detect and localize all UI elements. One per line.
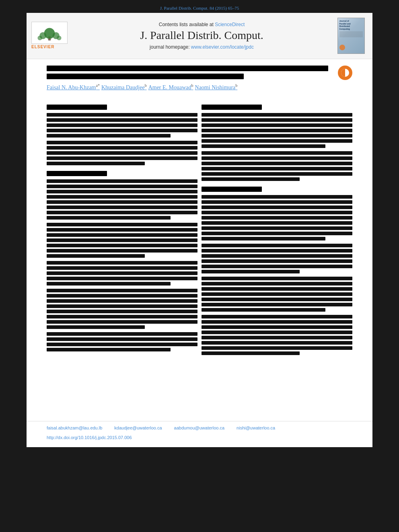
- journal-homepage: journal homepage: www.elsevier.com/locat…: [74, 44, 329, 50]
- body-line: [47, 151, 197, 155]
- author-2-name: Khuzaima Daudjee: [101, 84, 145, 90]
- body-row-cols: [47, 99, 352, 357]
- body-line: [47, 332, 197, 336]
- author-2-super: b: [145, 83, 147, 88]
- homepage-link[interactable]: www.elsevier.com/locate/jpdc: [191, 44, 254, 50]
- body-line: [202, 259, 352, 263]
- doi-link[interactable]: http://dx.doi.org/10.1016/j.jpdc.2015.07…: [47, 435, 132, 440]
- author-3-link[interactable]: Amer E. Mouawadb: [148, 83, 193, 91]
- section-heading-4: [202, 187, 262, 192]
- body-line: [202, 315, 352, 318]
- svg-point-6: [48, 38, 51, 41]
- email-kdaudjee[interactable]: kdaudjee@uwaterloo.ca: [114, 425, 162, 430]
- body-line: [47, 315, 197, 318]
- contents-available: Contents lists available at ScienceDirec…: [74, 22, 329, 27]
- article-title-line-2: [47, 74, 244, 79]
- body-line: [202, 336, 352, 339]
- bookmark-circle: [338, 66, 352, 80]
- bookmark-icon: [338, 66, 352, 80]
- body-line: [202, 341, 352, 345]
- journal-main-title: J. Parallel Distrib. Comput.: [74, 29, 329, 42]
- cover-circle-decoration: [339, 45, 345, 50]
- body-line: [202, 177, 300, 181]
- body-line: [47, 223, 197, 226]
- body-line: [202, 254, 352, 258]
- body-line: [202, 351, 300, 355]
- email-primary[interactable]: faisal.abukhzam@lau.edu.lb: [47, 425, 102, 430]
- body-line: [202, 331, 352, 334]
- body-line: [202, 298, 352, 301]
- author-1-link[interactable]: Faisal N. Abu-Khzama*: [47, 83, 100, 91]
- body-line: [202, 320, 352, 324]
- page-wrapper: J. Parallel Distrib. Comput. 84 (2015) 6…: [0, 0, 399, 532]
- cover-title-text: Journal of Parallel and Distributed Comp…: [339, 20, 363, 30]
- author-4-name: Naomi Nishimura: [195, 84, 236, 90]
- body-line: [47, 249, 197, 253]
- doi-bar: J. Parallel Distrib. Comput. 84 (2015) 6…: [0, 4, 399, 13]
- body-line: [202, 144, 325, 148]
- section-heading-2: [47, 171, 107, 176]
- body-line: [47, 113, 197, 117]
- body-line: [47, 304, 197, 308]
- cover-line-1: [339, 32, 363, 32]
- body-line: [202, 118, 352, 122]
- cover-line2: Parallel and: [339, 23, 351, 25]
- cover-line4: Computing: [339, 28, 350, 30]
- body-text-area: [47, 99, 352, 357]
- email-nishi[interactable]: nishi@uwaterloo.ca: [237, 425, 275, 430]
- body-line: [202, 292, 352, 296]
- body-line: [202, 232, 352, 235]
- body-line: [47, 310, 197, 313]
- body-line: [47, 185, 197, 188]
- cover-image: Journal of Parallel and Distributed Comp…: [337, 18, 365, 54]
- body-line: [202, 156, 352, 160]
- body-line: [202, 277, 352, 280]
- bookmark-inner: [341, 69, 349, 77]
- body-line: [47, 348, 171, 351]
- body-line: [47, 254, 145, 258]
- cover-line1: Journal of: [339, 20, 349, 22]
- body-line: [202, 226, 352, 230]
- body-line: [202, 221, 352, 225]
- body-line: [202, 139, 352, 143]
- body-line: [202, 123, 352, 127]
- svg-point-4: [37, 35, 42, 40]
- elsevier-logo: ELSEVIER: [31, 22, 68, 50]
- body-line: [202, 200, 352, 204]
- body-line: [47, 190, 197, 193]
- body-line: [47, 200, 197, 204]
- body-line: [202, 211, 352, 214]
- body-line: [202, 205, 352, 209]
- body-line: [202, 134, 352, 138]
- elsevier-logo-inner: [31, 22, 68, 44]
- body-line: [202, 244, 352, 247]
- author-2-link[interactable]: Khuzaima Daudjeeb: [101, 83, 147, 91]
- body-line: [47, 266, 197, 270]
- email-aabdumou[interactable]: aabdumou@uwaterloo.ca: [174, 425, 225, 430]
- body-line: [202, 249, 352, 253]
- body-line: [202, 282, 352, 286]
- body-line: [47, 205, 197, 209]
- body-line: [47, 325, 145, 329]
- sciencedirect-link[interactable]: ScienceDirect: [215, 22, 245, 27]
- body-line: [47, 146, 197, 150]
- body-line: [202, 287, 352, 291]
- elsevier-tree-icon: [35, 25, 64, 41]
- author-1-name: Faisal N. Abu-Khzam: [47, 84, 96, 90]
- body-line: [47, 282, 171, 286]
- article-title-area: [47, 66, 352, 79]
- section-heading-3: [202, 105, 262, 110]
- author-4-link[interactable]: Naomi Nishimurab: [195, 83, 238, 91]
- author-4-super: b: [235, 83, 237, 88]
- body-line: [47, 261, 197, 265]
- body-line: [47, 195, 197, 199]
- cover-line-4: [339, 35, 363, 36]
- author-1-super: a*: [96, 83, 99, 88]
- footer-emails: faisal.abukhzam@lau.edu.lb kdaudjee@uwat…: [47, 425, 352, 430]
- journal-title-block: Contents lists available at ScienceDirec…: [74, 22, 329, 50]
- body-line: [202, 270, 300, 273]
- doi-bar-link[interactable]: J. Parallel Distrib. Comput. 84 (2015) 6…: [160, 6, 239, 10]
- article-title-line-1: [47, 66, 328, 71]
- cover-line-5: [339, 37, 363, 37]
- body-line: [202, 113, 352, 117]
